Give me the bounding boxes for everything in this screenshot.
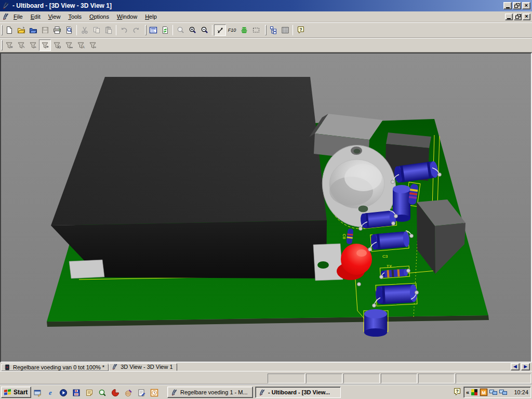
window-title: - Ultiboard - [3D View - 3D View 1] [12,2,502,9]
new-button[interactable] [3,24,15,36]
ultiboard-app-icon[interactable] [2,2,10,10]
arrow-right-icon: ▶ [524,365,527,369]
filter-highlight-button[interactable] [3,39,15,51]
minimize-icon [506,7,510,8]
pcb-chip-icon [4,364,11,371]
menu-edit[interactable]: Edit [27,12,45,21]
redo-icon [132,26,140,34]
filter-nets-button[interactable] [15,39,27,51]
quicklaunch-sticky-note[interactable] [84,388,95,398]
open-button[interactable] [15,24,27,36]
redo-button[interactable] [130,24,142,36]
open-project-icon [29,26,37,34]
zoom-window-icon [177,26,185,34]
project-tree-button[interactable] [267,24,279,36]
paste-button[interactable] [102,24,114,36]
tray-agent-m-icon[interactable]: M [480,388,488,396]
tray-color-grid-icon[interactable] [471,389,478,396]
menu-window[interactable]: Window [113,12,141,21]
filter-pads-button[interactable] [27,39,39,51]
menu-file[interactable]: File [10,12,27,21]
select-area-button[interactable] [250,24,262,36]
task-button-ultiboard[interactable]: - Ultiboard - [3D View... [255,387,341,398]
print-icon [53,26,61,34]
3d-scene-canvas[interactable]: TX C3 C8 [1,54,531,362]
quicklaunch-clock-app[interactable] [149,388,159,398]
toolbar-grip[interactable] [1,25,3,35]
undo-icon [120,26,128,34]
mdi-close-button[interactable]: × [523,14,530,20]
start-label: Start [14,389,28,396]
filter-traces-icon [65,41,73,49]
zoom-out-button[interactable] [198,24,210,36]
spreadsheet-grid-icon [281,26,289,34]
filter-traces-button[interactable] [63,39,75,51]
quicklaunch-desktop-document[interactable] [32,388,43,398]
toolbar-grip[interactable] [265,25,267,35]
desktop: - Ultiboard - [3D View - 3D View 1] × Fi… [0,0,532,399]
tray-clock: 10:24 [514,389,528,395]
tab-scroll-right-button[interactable]: ▶ [521,363,530,370]
mdi-restore-button[interactable] [514,14,522,20]
menu-options[interactable]: Options [86,12,113,21]
svg-text:?: ? [456,389,459,394]
quicklaunch-notepad[interactable] [136,388,147,398]
3d-viewport: TX C3 C8 [0,52,532,363]
filter-parts-icon [41,41,49,49]
filter-text-button[interactable]: A [75,39,87,51]
toolbar-grip[interactable] [145,25,147,35]
help-button[interactable]: ? [295,24,307,36]
workspace-tab-bar: Regelbare voeding van 0 tot 100% * 3D Vi… [0,363,532,371]
layers-button[interactable] [238,24,250,36]
tray-help-button[interactable]: ? [453,388,461,398]
status-pane [343,374,380,383]
document-3dview-icon[interactable] [2,12,10,21]
filter-vias-button[interactable] [51,39,63,51]
tab-3d-view[interactable]: 3D View - 3D View 1 [109,363,177,371]
cut-button[interactable] [78,24,90,36]
menu-tools[interactable]: Tools [64,12,86,21]
tray-network-icon[interactable] [489,389,498,396]
open-project-button[interactable] [27,24,39,36]
close-button[interactable]: × [522,2,530,9]
copy-button[interactable] [90,24,102,36]
quicklaunch-red-disc-app[interactable] [110,388,121,398]
task-button-multisim[interactable]: Regelbare voeding 1 - M... [167,387,253,398]
print-preview-button[interactable] [63,24,75,36]
tab-scroll-left-button[interactable]: ◀ [511,363,520,370]
media-player-icon [59,389,68,397]
save-button[interactable] [39,24,51,36]
toolbar-separator [116,25,116,35]
pan-button[interactable] [214,24,226,36]
status-pane [418,374,455,383]
filter-ratsnest-button[interactable] [87,39,99,51]
refresh-view-button[interactable] [159,24,171,36]
zoom-in-button[interactable] [187,24,198,36]
designator-tx: TX [387,264,392,269]
open-folder-icon [17,26,25,34]
text-height-button[interactable]: F10 [226,24,238,36]
quicklaunch-magnifier[interactable] [97,388,108,398]
quicklaunch-drawing-hand[interactable] [123,388,134,398]
menu-help[interactable]: Help [141,12,161,21]
quicklaunch-media-player[interactable] [58,388,69,398]
undo-button[interactable] [118,24,130,36]
quicklaunch-internet-explorer[interactable]: e [45,388,56,398]
minimize-button[interactable] [503,2,512,9]
tray-overflow-button[interactable]: « [466,389,469,395]
tray-network2-icon[interactable] [499,389,508,396]
mdi-minimize-button[interactable] [505,14,513,20]
windows-logo-icon [4,389,12,396]
filter-parts-button[interactable] [39,39,51,51]
start-button[interactable]: Start [1,387,31,398]
spreadsheet-view-button[interactable] [279,24,291,36]
restore-button[interactable] [513,2,521,9]
menu-view[interactable]: View [45,12,65,21]
quicklaunch-floppy-disk[interactable] [71,388,82,398]
tab-design[interactable]: Regelbare voeding van 0 tot 100% * [1,364,109,371]
print-button[interactable] [51,24,63,36]
toolbar-grip[interactable] [1,40,3,50]
full-screen-button[interactable] [147,24,159,36]
sticky-note-icon [85,389,94,397]
zoom-window-button[interactable] [175,24,187,36]
